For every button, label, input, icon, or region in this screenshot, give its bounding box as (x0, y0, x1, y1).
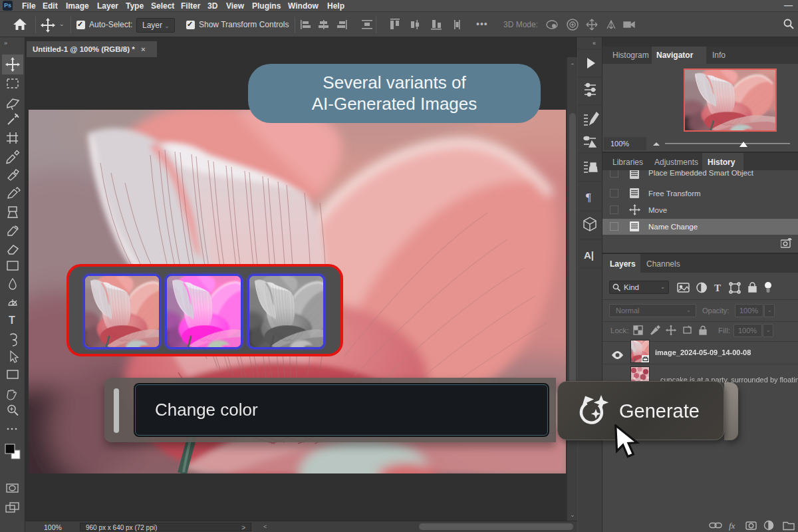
svg-text:»: » (4, 40, 7, 47)
svg-text:fx: fx (729, 521, 735, 531)
svg-text:«: « (593, 40, 596, 47)
svg-text:A|: A| (584, 249, 594, 261)
svg-text:T: T (9, 315, 15, 326)
svg-text:¶: ¶ (586, 191, 591, 203)
svg-text:T: T (714, 283, 721, 293)
